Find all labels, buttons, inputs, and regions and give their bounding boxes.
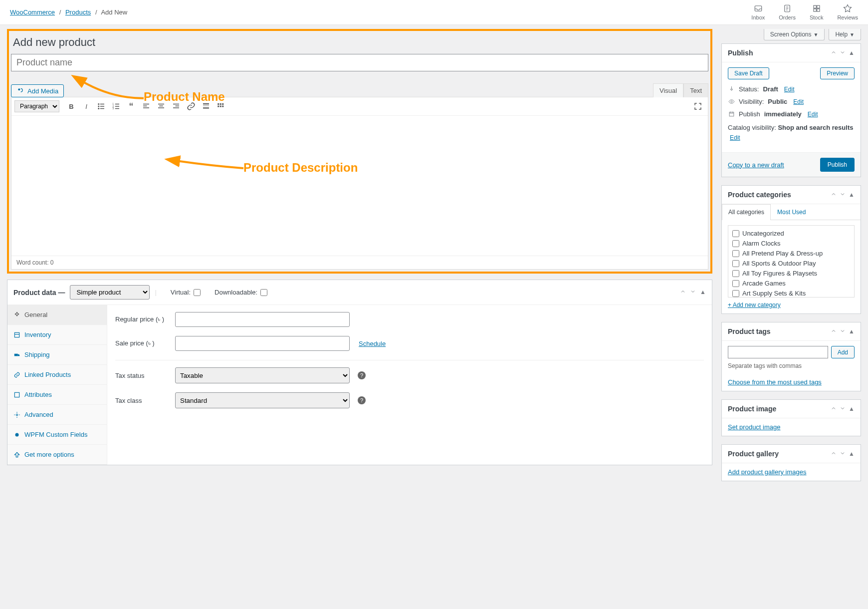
edit-catalog-link[interactable]: Edit (730, 134, 740, 141)
help-icon[interactable]: ? (358, 371, 366, 379)
category-list[interactable]: Uncategorized Alarm Clocks All Pretend P… (728, 225, 855, 298)
align-right-icon[interactable] (169, 99, 183, 113)
add-tag-button[interactable]: Add (831, 346, 855, 358)
toolbar-toggle-icon[interactable] (214, 99, 228, 113)
caret-up-icon[interactable]: ▲ (849, 405, 855, 413)
edit-publish-link[interactable]: Edit (808, 111, 818, 118)
caret-up-icon[interactable]: ▲ (849, 191, 855, 199)
caret-up-icon[interactable]: ▲ (700, 289, 706, 296)
tab-all-categories[interactable]: All categories (722, 204, 771, 220)
quote-icon[interactable]: “ (124, 99, 138, 113)
bold-icon[interactable]: B (64, 99, 78, 113)
tab-visual[interactable]: Visual (653, 83, 683, 97)
page-title: Add new product (13, 36, 706, 49)
tab-linked[interactable]: Linked Products (7, 365, 107, 385)
svg-rect-5 (817, 9, 819, 11)
fullscreen-icon[interactable] (691, 99, 705, 113)
save-draft-button[interactable]: Save Draft (728, 67, 769, 79)
svg-rect-8 (100, 104, 104, 105)
tab-inventory[interactable]: Inventory (7, 325, 107, 345)
stock-icon[interactable]: Stock (810, 4, 824, 20)
italic-icon[interactable]: I (79, 99, 93, 113)
paragraph-select[interactable]: Paragraph (14, 100, 59, 112)
svg-rect-3 (817, 5, 819, 8)
preview-button[interactable]: Preview (820, 67, 855, 79)
tab-shipping[interactable]: Shipping (7, 345, 107, 365)
chevron-down-icon[interactable] (690, 289, 696, 296)
cat-item[interactable]: Uncategorized (732, 230, 850, 237)
sale-price-input[interactable] (175, 336, 350, 351)
cat-item[interactable]: Art Supply Sets & Kits (732, 290, 850, 297)
readmore-icon[interactable] (199, 99, 213, 113)
link-icon[interactable] (184, 99, 198, 113)
breadcrumb-woo[interactable]: WooCommerce (10, 8, 55, 16)
help-icon[interactable]: ? (358, 396, 366, 404)
chevron-down-icon[interactable] (840, 328, 846, 335)
svg-rect-22 (158, 104, 164, 105)
tab-wpfm[interactable]: WPFM Custom Fields (7, 425, 107, 445)
align-center-icon[interactable] (154, 99, 168, 113)
svg-rect-38 (14, 353, 18, 356)
tab-get-more[interactable]: Get more options (7, 445, 107, 465)
caret-up-icon[interactable]: ▲ (849, 328, 855, 335)
schedule-link[interactable]: Schedule (359, 340, 386, 347)
cat-item[interactable]: All Pretend Play & Dress-up (732, 250, 850, 257)
chevron-down-icon[interactable] (840, 450, 846, 458)
virtual-checkbox[interactable]: Virtual: (171, 289, 201, 296)
chevron-down-icon[interactable] (840, 405, 846, 413)
align-left-icon[interactable] (139, 99, 153, 113)
tag-input[interactable] (728, 346, 828, 358)
tax-class-select[interactable]: Standard (175, 392, 350, 408)
add-gallery-link[interactable]: Add product gallery images (728, 468, 807, 476)
bullet-list-icon[interactable] (94, 99, 108, 113)
orders-icon[interactable]: Orders (779, 4, 796, 20)
caret-up-icon[interactable]: ▲ (849, 450, 855, 458)
regular-price-label: Regular price (৳ ) (115, 315, 170, 323)
cat-item[interactable]: All Sports & Outdoor Play (732, 260, 850, 267)
breadcrumb-products[interactable]: Products (65, 8, 91, 16)
svg-rect-37 (14, 332, 19, 337)
chevron-up-icon[interactable] (831, 450, 837, 458)
chevron-up-icon[interactable] (831, 328, 837, 335)
chevron-down-icon[interactable] (840, 49, 846, 57)
regular-price-input[interactable] (175, 312, 350, 327)
calendar-icon (728, 111, 735, 117)
number-list-icon[interactable]: 123 (109, 99, 123, 113)
publish-button[interactable]: Publish (820, 158, 855, 172)
add-media-button[interactable]: Add Media (11, 84, 64, 97)
downloadable-checkbox[interactable]: Downloadable: (215, 289, 267, 296)
set-image-link[interactable]: Set product image (728, 423, 781, 431)
product-type-select[interactable]: Simple product (70, 285, 150, 300)
cat-item[interactable]: All Toy Figures & Playsets (732, 270, 850, 277)
chevron-up-icon[interactable] (680, 289, 686, 296)
chevron-up-icon[interactable] (831, 49, 837, 57)
chevron-up-icon[interactable] (831, 191, 837, 199)
copy-draft-link[interactable]: Copy to a new draft (728, 161, 784, 169)
tax-status-select[interactable]: Taxable (175, 367, 350, 383)
svg-text:3: 3 (113, 107, 114, 110)
cat-item[interactable]: Alarm Clocks (732, 240, 850, 247)
tab-text[interactable]: Text (683, 83, 708, 97)
description-editor[interactable] (11, 116, 708, 256)
tab-general[interactable]: General (7, 305, 107, 325)
breadcrumb-current: Add New (101, 8, 127, 16)
tab-most-used[interactable]: Most Used (771, 204, 812, 220)
chevron-up-icon[interactable] (831, 405, 837, 413)
choose-tags-link[interactable]: Choose from the most used tags (728, 378, 822, 386)
cat-item[interactable]: Arcade Games (732, 280, 850, 287)
edit-status-link[interactable]: Edit (784, 86, 795, 93)
product-name-input[interactable] (11, 54, 708, 71)
inbox-icon[interactable]: Inbox (751, 4, 765, 20)
tab-attributes[interactable]: Attributes (7, 385, 107, 405)
reviews-icon[interactable]: Reviews (837, 4, 858, 20)
caret-up-icon[interactable]: ▲ (849, 49, 855, 57)
help-button[interactable]: Help▼ (829, 29, 861, 40)
svg-point-42 (730, 101, 732, 102)
add-category-link[interactable]: + Add new category (728, 302, 781, 308)
tab-advanced[interactable]: Advanced (7, 405, 107, 425)
edit-visibility-link[interactable]: Edit (793, 98, 804, 105)
publish-title: Publish (728, 49, 753, 57)
chevron-down-icon[interactable] (840, 191, 846, 199)
screen-options-button[interactable]: Screen Options▼ (764, 29, 825, 40)
svg-rect-19 (143, 104, 149, 105)
